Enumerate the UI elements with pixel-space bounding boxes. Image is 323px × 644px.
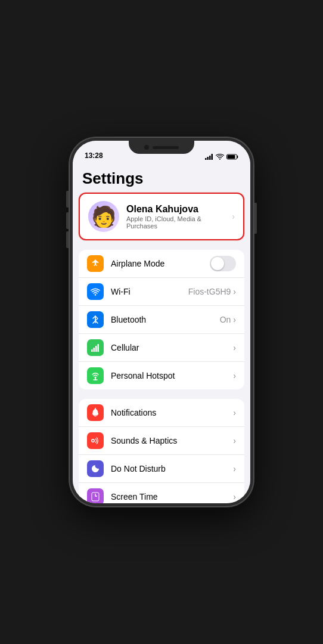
wifi-label: Wi-Fi [111,287,181,296]
wifi-row[interactable]: Wi-Fi Fios-tG5H9 › [79,278,244,306]
svg-rect-13 [93,414,98,416]
svg-rect-10 [95,346,97,352]
notch [129,141,194,154]
phone-frame: 13:28 [69,137,254,507]
airplane-mode-toggle[interactable] [210,256,236,271]
svg-rect-0 [205,158,207,160]
cellular-label: Cellular [111,343,226,352]
signal-icon [205,154,213,160]
sounds-icon [87,432,104,449]
page-title: Settings [73,162,250,193]
connectivity-group: Airplane Mode Wi-Fi [79,250,244,389]
profile-name: Olena Kahujova [126,204,225,215]
sounds-chevron: › [233,436,236,445]
sounds-row[interactable]: Sounds & Haptics › [79,427,244,455]
screen-time-right: › [233,492,236,501]
screen-time-row[interactable]: Screen Time › [79,483,244,503]
svg-rect-2 [209,156,211,160]
bluetooth-icon-row [87,311,104,328]
cellular-row[interactable]: Cellular › [79,334,244,362]
profile-info: Olena Kahujova Apple ID, iCloud, Media &… [126,204,225,230]
wifi-icon [216,154,224,160]
hotspot-label: Personal Hotspot [111,371,226,380]
bluetooth-label: Bluetooth [111,315,213,324]
notifications-icon [87,404,104,421]
cellular-chevron: › [233,343,236,352]
screen-time-chevron: › [233,492,236,501]
airplane-mode-icon [87,255,104,272]
hotspot-right: › [233,371,236,380]
status-icons [205,154,238,160]
airplane-mode-row[interactable]: Airplane Mode [79,250,244,278]
svg-point-14 [95,408,96,409]
sounds-right: › [233,436,236,445]
notifications-label: Notifications [111,408,226,417]
notifications-group: Notifications › Soun [79,399,244,503]
status-time: 13:28 [85,151,103,160]
hotspot-chevron: › [233,371,236,380]
battery-icon [226,154,238,160]
profile-card[interactable]: 🧑 Olena Kahujova Apple ID, iCloud, Media… [79,193,244,240]
wifi-value: Fios-tG5H9 › [188,287,236,296]
sounds-label: Sounds & Haptics [111,436,226,445]
hotspot-row[interactable]: Personal Hotspot › [79,362,244,389]
profile-chevron: › [232,212,235,221]
svg-rect-8 [91,349,93,352]
airplane-mode-label: Airplane Mode [111,259,203,268]
phone-screen: 13:28 [73,141,250,503]
avatar: 🧑 [88,201,119,232]
dnd-row[interactable]: Do Not Disturb › [79,455,244,483]
cellular-right: › [233,343,236,352]
svg-rect-11 [98,344,100,352]
svg-point-16 [92,440,94,442]
screen-time-label: Screen Time [111,492,226,501]
bluetooth-chevron: › [233,315,236,324]
svg-rect-9 [94,348,95,352]
dnd-right: › [233,464,236,473]
svg-rect-6 [228,155,235,159]
dnd-chevron: › [233,464,236,473]
speaker [153,146,179,149]
svg-point-4 [219,159,220,160]
notifications-chevron: › [233,408,236,417]
settings-content[interactable]: Settings 🧑 Olena Kahujova Apple ID, iClo… [73,162,250,503]
wifi-chevron: › [233,287,236,296]
notifications-row[interactable]: Notifications › [79,399,244,427]
svg-point-7 [95,294,96,295]
profile-subtitle: Apple ID, iCloud, Media & Purchases [126,215,225,230]
svg-rect-3 [212,154,213,160]
dnd-icon [87,460,104,477]
svg-rect-1 [207,157,209,160]
wifi-icon-row [87,283,104,300]
notifications-right: › [233,408,236,417]
bluetooth-value: On › [220,315,236,324]
cellular-icon-row [87,339,104,356]
wifi-network-name: Fios-tG5H9 [188,287,231,296]
dnd-label: Do Not Disturb [111,464,226,473]
bluetooth-status: On [220,315,231,324]
screen-time-icon [87,488,104,503]
bluetooth-row[interactable]: Bluetooth On › [79,306,244,334]
front-camera [144,145,149,150]
hotspot-icon-row [87,367,104,384]
toggle-knob [211,257,224,270]
